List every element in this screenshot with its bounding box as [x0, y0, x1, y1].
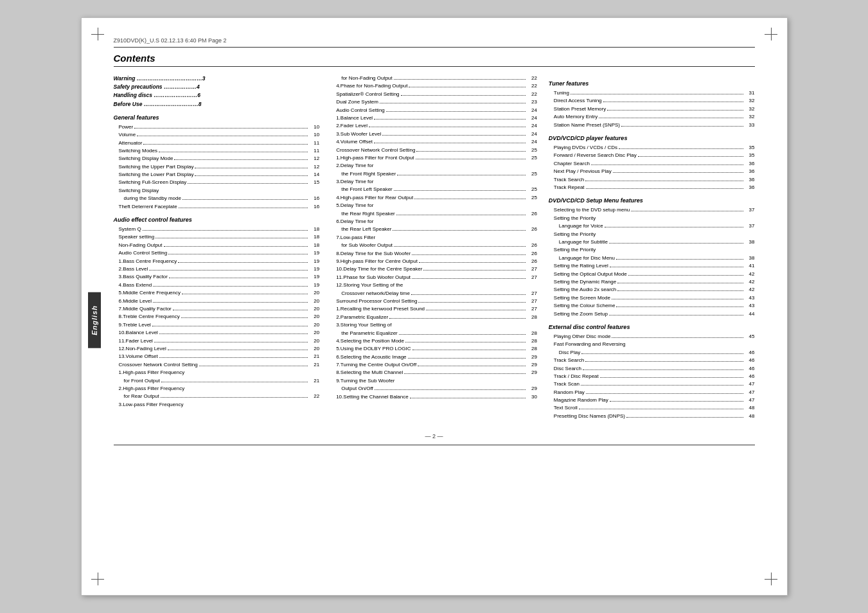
toc-entry: 10.Setting the Channel Balance30: [331, 393, 537, 401]
toc-entry: Next Play / Previous Play36: [549, 168, 755, 175]
entry-text: 12.Storing Your Setting of the: [336, 281, 403, 289]
toc-entry: 9.Treble Level20: [114, 321, 320, 329]
entry-page: 44: [745, 310, 755, 318]
entry-page: 12: [309, 163, 319, 171]
entry-page: 37: [745, 222, 755, 230]
entry-page: 32: [745, 105, 755, 113]
entry-text: 8.Delay Time for the Sub Woofer: [336, 250, 411, 258]
entry-page: 18: [309, 242, 319, 249]
toc-entry: 9.High-pass Filter for Centre Output26: [331, 258, 537, 265]
toc-entry: Non-Fading Output18: [114, 242, 320, 249]
entry-text: Language for Subtitle: [559, 238, 608, 246]
toc-entry: Setting the Priority: [549, 246, 755, 254]
entry-text: Magazine Random Play: [554, 396, 608, 404]
entry-text: Audio Control Setting: [336, 107, 385, 114]
entry-page: 27: [527, 305, 537, 313]
entry-text: 6.Delay Time for: [336, 218, 373, 226]
entry-page: 26: [527, 226, 537, 233]
toc-entry: Presetting Disc Names (DNPS)48: [549, 413, 755, 420]
toc-entry: Theft Deterrent Faceplate16: [114, 203, 320, 211]
toc-entry: Switching Display: [114, 187, 320, 195]
entry-page: 25: [527, 147, 537, 154]
entry-page: 22: [527, 82, 537, 90]
entry-page: 46: [745, 357, 755, 364]
entry-page: 46: [745, 365, 755, 373]
entry-text: 3.Low-pass Filter Frequency: [119, 401, 184, 409]
entry-page: 36: [745, 160, 755, 168]
toc-entry: 4.Volume Offset24: [331, 138, 537, 146]
entry-page: 38: [745, 238, 755, 246]
entry-page: 15: [309, 179, 319, 186]
toc-entry: Switching Full-Screen Display15: [114, 179, 320, 186]
toc-entry: Surround Processor Control Setting27: [331, 298, 537, 305]
entry-text: 4.Phase for Non-Fading Output: [336, 82, 407, 90]
entry-page: 29: [527, 369, 537, 377]
entry-text: 8.Selecting the Multi Channel: [336, 369, 403, 377]
entry-text: Crossover Network Control Setting: [119, 361, 198, 369]
toc-entry: Selecting to the DVD setup menu37: [549, 206, 755, 214]
entry-text: 2.Fader Level: [336, 122, 368, 130]
toc-entry: 1.Bass Centre Frequency19: [114, 258, 320, 265]
entry-text: 9.Turning the Sub Woofer: [336, 377, 394, 385]
entry-text: for Non-Fading Output: [341, 75, 393, 82]
toc-entry: 10.Balance Level20: [114, 329, 320, 337]
entry-text: Switching Full-Screen Display: [119, 179, 187, 186]
entry-page: 12: [309, 155, 319, 163]
entry-page: 37: [745, 206, 755, 214]
section-title: Audio effect control features: [114, 216, 320, 224]
toc-entry: Output On/Off29: [331, 385, 537, 393]
entry-text: 7.Middle Quality Factor: [119, 305, 172, 313]
entry-page: 22: [527, 91, 537, 98]
entry-text: 10.Delay Time for the Centre Speaker: [336, 265, 422, 273]
toc-entry-bold: Before Use …………………………8: [114, 100, 320, 109]
entry-text: Language for Voice: [559, 222, 603, 230]
entry-text: Spatializer® Control Setting: [336, 91, 399, 98]
toc-entry: Direct Access Tuning32: [549, 97, 755, 105]
entry-page: 36: [745, 168, 755, 175]
section-title: External disc control features: [549, 323, 755, 332]
toc-entry: 2.Parametric Equalizer28: [331, 314, 537, 321]
toc-entry: Fast Forwarding and Reversing: [549, 341, 755, 348]
toc-entry: Tuning31: [549, 89, 755, 97]
toc-entry: Dual Zone System23: [331, 98, 537, 106]
section-title: DVD/VCD/CD player features: [549, 134, 755, 143]
toc-entry: 9.Turning the Sub Woofer: [331, 377, 537, 385]
section-title: DVD/VCD/CD Setup Menu features: [549, 197, 755, 205]
entry-page: 19: [309, 281, 319, 289]
toc-entry: 4.Bass Extend19: [114, 281, 320, 289]
toc-entry: during the Standby mode16: [114, 195, 320, 202]
entry-text: Setting the Optical Output Mode: [554, 271, 627, 278]
entry-text: Language for Disc Menu: [559, 254, 615, 262]
top-label: Z910DVD(K)_U.S 02.12.13 6:40 PM Page 2: [114, 37, 755, 44]
toc-entry-bold: Safety precautions ………………4: [114, 83, 320, 91]
entry-text: 9.High-pass Filter for Centre Output: [336, 258, 418, 265]
toc-entry: the Rear Left Speaker26: [331, 226, 537, 233]
entry-page: 18: [309, 226, 319, 233]
entry-text: 3.Bass Quality Factor: [119, 273, 168, 281]
entry-text: Setting the Priority: [554, 215, 596, 222]
toc-entry: Track / Disc Repeat46: [549, 373, 755, 380]
entry-bold-text: Before Use …………………………8: [114, 100, 202, 109]
toc-entry: Setting the Priority: [549, 215, 755, 222]
entry-text: Station Preset Memory: [554, 105, 606, 113]
entry-page: 24: [527, 114, 537, 122]
entry-page: 48: [745, 404, 755, 412]
toc-entry: 13.Volume Offset21: [114, 353, 320, 360]
top-rule: [114, 47, 755, 48]
entry-text: 6.Selecting the Acoustic Image: [336, 353, 406, 361]
entry-text: 7.Low-pass Filter: [336, 234, 375, 242]
toc-entry: 1.High-pass Filter Frequency: [114, 369, 320, 377]
toc-entry: Setting the Colour Scheme43: [549, 302, 755, 310]
entry-page: 36: [745, 184, 755, 191]
entry-bold-text: Warning ………………………………3: [114, 75, 206, 83]
toc-entry: Track Scan47: [549, 380, 755, 388]
entry-page: 47: [745, 389, 755, 396]
entry-page: 20: [309, 345, 319, 353]
entry-text: 2.High-pass Filter Frequency: [119, 385, 185, 393]
side-label-wrapper: English: [88, 95, 101, 545]
entry-text: Auto Memory Entry: [554, 113, 598, 121]
toc-entry: 4.Phase for Non-Fading Output22: [331, 82, 537, 90]
toc-entry: 7.Low-pass Filter: [331, 234, 537, 242]
toc-entry: for Non-Fading Output22: [331, 75, 537, 82]
toc-entry: Setting the Rating Level41: [549, 262, 755, 270]
